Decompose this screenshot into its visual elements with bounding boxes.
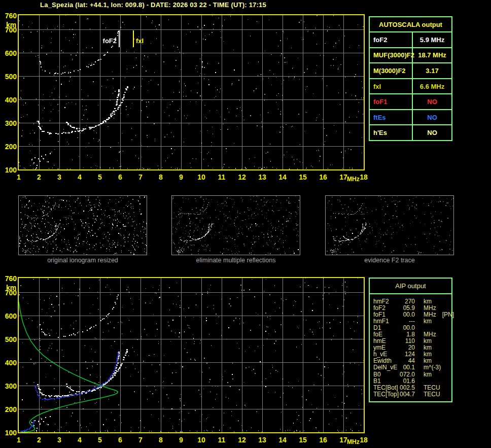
aip-table-header: AIP output [370,279,451,294]
autoscala-row-foF2: foF25.9 MHz [370,32,451,48]
y-tick-label: 600 [1,50,17,57]
aip-parameter-label: ymE [373,344,400,351]
aip-parameter-value: 00.0 [400,325,415,331]
fof2-marker-line [119,30,120,47]
x-tick-label: 12 [236,436,248,443]
aip-parameter-value: 072.0 [400,371,415,377]
page-title: La_Spezia (lat: +44.1, lon: 009.8) - DAT… [0,1,306,9]
autoscala-parameter-value: 18.7 MHz [413,48,451,63]
y-tick-label: 500 [1,73,17,80]
aip-row-D1: D100.0 [373,324,451,331]
autoscala-row-h'Es: h'EsNO [370,125,451,140]
aip-parameter-unit: km [424,358,432,364]
x-tick-label: 8 [155,174,167,181]
x-tick-label: 13 [256,436,268,443]
aip-parameter-unit: MHz [424,331,436,337]
aip-parameter-unit: TECU [424,385,440,391]
x-tick-label: 14 [276,174,289,181]
y-axis-unit-label: km [6,284,16,292]
aip-parameter-label: h_vE [373,351,400,357]
aip-parameter-value: --- [400,318,415,324]
x-tick-label: 3 [53,174,65,181]
autoscala-row-fxI: fxI6.6 MHz [370,79,451,95]
aip-row-hmF2: hmF2270km [373,298,451,304]
aip-row-foF1: foF100.0MHz[PN] [373,311,451,318]
autoscala-table-header: AUTOSCALA output [370,17,451,32]
aip-row-B1: B101.6 [373,377,451,384]
y-tick-label: 400 [1,96,17,104]
y-tick-label: 100 [1,166,17,174]
ionogram-canvas-top [19,15,364,169]
aip-parameter-value: 124 [400,351,415,357]
x-tick-label: 9 [175,174,187,181]
aip-row-TEC[Top]: TEC[Top]004.7TECU [373,391,451,397]
fxi-marker-label: fxI [136,38,144,44]
aip-row-hmF1: hmF1---km [373,318,451,324]
caption-evidence-f2: evidence F2 trace [325,257,454,264]
ionogram-canvas-bottom [19,278,364,432]
aip-row-foE: foE1.8MHz [373,331,451,337]
aip-row-foF2: foF205.9MHz [373,304,451,311]
x-tick-label: 12 [236,174,248,181]
autoscala-parameter-label: h'Es [370,125,413,140]
y-tick-label: 400 [1,359,17,366]
y-tick-label: 200 [1,406,17,413]
ionogram-plot-bottom [18,277,365,433]
aip-parameter-value: 270 [400,298,415,304]
autoscala-row-M(3000)F2: M(3000)F23.17 [370,63,451,79]
autoscala-application-window: La_Spezia (lat: +44.1, lon: 009.8) - DAT… [0,0,491,448]
autoscala-parameter-value: NO [413,125,451,140]
autoscala-row-ftEs: ftEsNO [370,110,451,126]
aip-parameter-value: 00.0 [400,312,415,318]
autoscala-parameter-label: ftEs [370,110,413,125]
x-tick-label: 7 [134,174,147,181]
thumbnail-canvas-original [19,196,147,255]
aip-row-h_vE: h_vE124km [373,351,451,358]
aip-row-hmE: hmE110km [373,338,451,344]
ionogram-plot-top: foF2 fxI [18,14,365,170]
x-tick-label: 11 [216,174,228,181]
aip-parameter-value: 44 [400,358,415,364]
x-axis-unit-label: MHz [347,176,360,183]
y-tick-label: 300 [1,383,17,390]
aip-row-Ewidth: Ewidth44km [373,358,451,364]
aip-output-table: AIP output hmF2270kmfoF205.9MHzfoF100.0M… [369,278,452,402]
aip-parameter-label: hmF1 [373,318,400,324]
caption-original-ionogram: original ionogram resized [18,257,147,264]
x-axis-unit-label: MHz [347,438,360,445]
x-tick-label: 6 [114,174,126,181]
aip-parameter-extra: [PN] [442,312,454,318]
aip-parameter-label: Ewidth [373,358,400,364]
x-tick-label: 8 [155,436,167,443]
thumbnail-evidence-f2 [325,195,454,255]
aip-parameter-value: 20 [400,344,415,351]
aip-parameter-unit: km [424,318,432,324]
autoscala-parameter-label: M(3000)F2 [370,63,413,78]
y-tick-label: 760 [1,275,17,282]
autoscala-parameter-value: 6.6 MHz [413,79,451,94]
x-tick-label: 7 [134,436,147,443]
aip-parameter-label: D1 [373,325,400,331]
aip-parameter-unit: MHz [424,312,436,318]
aip-parameter-unit: km [424,351,432,357]
aip-parameter-value: 00.1 [400,364,415,370]
x-tick-label: 4 [74,436,86,443]
aip-parameter-unit: km [424,344,432,351]
thumbnail-canvas-eliminate [172,196,300,255]
thumbnail-original-ionogram [18,195,147,255]
aip-row-ymE: ymE20km [373,344,451,351]
aip-parameter-label: foF1 [373,312,400,318]
aip-table-rows: hmF2270kmfoF205.9MHzfoF100.0MHz[PN]hmF1-… [370,294,451,397]
aip-parameter-unit: km [424,298,432,304]
x-tick-label: 16 [317,174,329,181]
autoscala-parameter-label: foF1 [370,94,413,109]
x-tick-label: 2 [33,174,45,181]
x-tick-label: 15 [297,174,309,181]
autoscala-table-rows: foF25.9 MHzMUF(3000)F218.7 MHzM(3000)F23… [370,32,451,140]
x-tick-label: 14 [276,436,289,443]
autoscala-row-MUF(3000)F2: MUF(3000)F218.7 MHz [370,48,451,64]
x-tick-label: 6 [114,436,126,443]
x-tick-label: 3 [53,436,65,443]
aip-parameter-label: DelN_vE [373,364,400,370]
aip-parameter-value: 002.5 [400,385,415,391]
